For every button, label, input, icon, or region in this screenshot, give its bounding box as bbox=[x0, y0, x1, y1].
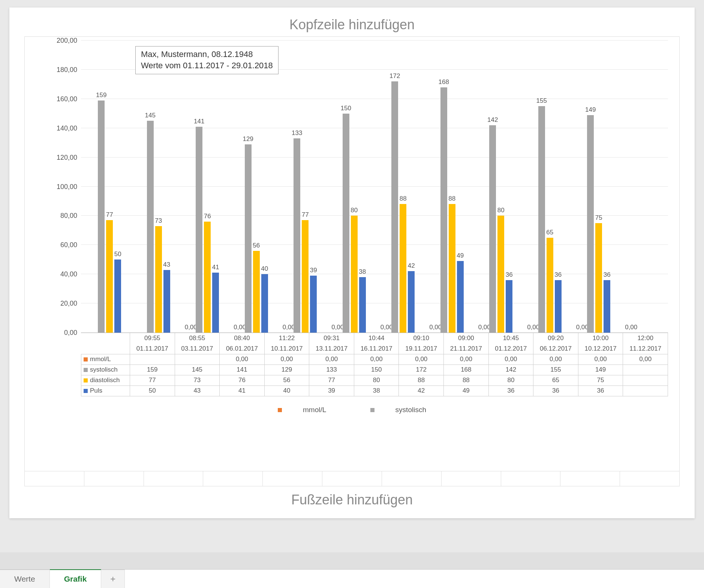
table-cell: 42 bbox=[399, 386, 444, 396]
y-tick-label: 40,00 bbox=[51, 270, 77, 278]
x-time-label: 11:22 bbox=[264, 333, 309, 344]
y-tick-label: 180,00 bbox=[51, 66, 77, 74]
bar-systolisch: 155 bbox=[538, 106, 545, 333]
legend-swatch-systolisch bbox=[370, 408, 374, 412]
table-cell: 88 bbox=[399, 375, 444, 386]
y-tick-label: 20,00 bbox=[51, 300, 77, 308]
table-cell: 43 bbox=[175, 386, 220, 396]
table-cell: 0,00 bbox=[623, 354, 668, 364]
table-row-header-puls: Puls bbox=[81, 386, 130, 396]
bar-value-label: 0,00 bbox=[380, 324, 393, 331]
bar-systolisch: 142 bbox=[489, 125, 496, 333]
table-cell: 172 bbox=[399, 364, 444, 375]
legend-label-systolisch: systolisch bbox=[395, 406, 426, 414]
bar-group: 0,001295640 bbox=[228, 40, 277, 333]
bar-value-label: 88 bbox=[400, 195, 407, 202]
x-date-label: 06.01.2017 bbox=[220, 344, 265, 354]
table-cell: 77 bbox=[309, 375, 354, 386]
bar-value-label: 38 bbox=[359, 268, 366, 276]
bar-value-label: 73 bbox=[155, 217, 162, 225]
bar-value-label: 76 bbox=[204, 213, 211, 220]
bar-value-label: 36 bbox=[506, 271, 513, 279]
chart-container[interactable]: Max, Mustermann, 08.12.1948 Werte vom 01… bbox=[24, 36, 680, 471]
bar-diastolisch: 77 bbox=[106, 220, 113, 333]
bar-puls: 49 bbox=[457, 261, 464, 333]
tab-add[interactable]: + bbox=[101, 570, 125, 588]
bar-group: 1597750 bbox=[81, 40, 130, 333]
bar-value-label: 80 bbox=[351, 207, 358, 214]
bar-diastolisch: 88 bbox=[400, 204, 406, 333]
bar-value-label: 0,00 bbox=[429, 324, 442, 331]
bar-value-label: 65 bbox=[546, 229, 553, 236]
table-row-header-systolisch: systolisch bbox=[81, 364, 130, 375]
bar-value-label: 145 bbox=[145, 112, 156, 119]
bar-puls: 42 bbox=[408, 271, 415, 333]
print-page: Kopfzeile hinzufügen Max, Mustermann, 08… bbox=[9, 8, 695, 518]
bar-value-label: 142 bbox=[487, 116, 498, 124]
table-cell: 38 bbox=[354, 386, 399, 396]
info-line-2: Werte vom 01.11.2017 - 29.01.2018 bbox=[141, 60, 273, 71]
info-line-1: Max, Mustermann, 08.12.1948 bbox=[141, 49, 273, 60]
table-cell: 155 bbox=[533, 364, 578, 375]
bar-value-label: 41 bbox=[212, 264, 219, 271]
x-date-label: 10.12.2017 bbox=[578, 344, 623, 354]
bar-diastolisch: 80 bbox=[497, 216, 504, 333]
x-date-label: 21.11.2017 bbox=[444, 344, 489, 354]
table-cell bbox=[130, 354, 175, 364]
table-cell: 0,00 bbox=[578, 354, 623, 364]
legend-swatch-mmol bbox=[278, 408, 282, 412]
table-cell bbox=[623, 386, 668, 396]
y-tick-label: 160,00 bbox=[51, 95, 77, 103]
table-cell: 49 bbox=[444, 386, 489, 396]
chart-info-box[interactable]: Max, Mustermann, 08.12.1948 Werte vom 01… bbox=[135, 46, 279, 74]
header-placeholder[interactable]: Kopfzeile hinzufügen bbox=[24, 17, 680, 33]
footer-placeholder[interactable]: Fußzeile hinzufügen bbox=[24, 492, 680, 508]
table-row-header-mmol: mmol/L bbox=[81, 354, 130, 364]
bar-systolisch: 145 bbox=[147, 121, 154, 333]
x-date-label: 13.11.2017 bbox=[309, 344, 354, 354]
bar-value-label: 42 bbox=[408, 262, 415, 270]
bar-puls: 36 bbox=[506, 280, 512, 333]
bar-puls: 38 bbox=[359, 277, 366, 333]
table-cell: 0,00 bbox=[399, 354, 444, 364]
table-cell: 0,00 bbox=[264, 354, 309, 364]
table-cell: 168 bbox=[444, 364, 489, 375]
table-cell: 0,00 bbox=[354, 354, 399, 364]
table-cell: 36 bbox=[578, 386, 623, 396]
chart-legend: mmol/L systolisch bbox=[32, 406, 672, 414]
bar-group: 0,001428036 bbox=[472, 40, 521, 333]
table-cell: 145 bbox=[175, 364, 220, 375]
x-time-label: 10:00 bbox=[578, 333, 623, 344]
table-cell: 0,00 bbox=[220, 354, 265, 364]
x-time-label: 08:40 bbox=[220, 333, 265, 344]
bar-value-label: 39 bbox=[310, 267, 317, 274]
bar-value-label: 0,00 bbox=[331, 324, 344, 331]
x-date-label: 10.11.2017 bbox=[264, 344, 309, 354]
table-cell: 0,00 bbox=[309, 354, 354, 364]
bar-value-label: 75 bbox=[595, 214, 602, 222]
bar-value-label: 129 bbox=[243, 135, 253, 143]
legend-item-mmol: mmol/L bbox=[267, 406, 337, 414]
bar-value-label: 36 bbox=[604, 271, 611, 279]
bar-systolisch: 149 bbox=[587, 115, 594, 333]
table-cell: 142 bbox=[488, 364, 533, 375]
bar-diastolisch: 73 bbox=[155, 226, 162, 333]
bar-diastolisch: 76 bbox=[204, 222, 211, 333]
bar-value-label: 40 bbox=[261, 265, 268, 273]
y-tick-label: 140,00 bbox=[51, 124, 77, 132]
sheet-tabs: Werte Grafik + bbox=[0, 569, 704, 588]
tab-grafik[interactable]: Grafik bbox=[50, 569, 102, 588]
bar-diastolisch: 65 bbox=[547, 238, 553, 333]
bar-puls: 50 bbox=[114, 260, 121, 333]
table-cell: 50 bbox=[130, 386, 175, 396]
y-tick-label: 60,00 bbox=[51, 241, 77, 249]
bar-puls: 41 bbox=[212, 273, 219, 333]
x-time-label: 12:00 bbox=[623, 333, 668, 344]
table-cell: 0,00 bbox=[488, 354, 533, 364]
table-cell: 0,00 bbox=[533, 354, 578, 364]
tab-werte[interactable]: Werte bbox=[0, 570, 50, 588]
bar-group: 0,001508038 bbox=[326, 40, 374, 333]
bar-puls: 39 bbox=[310, 276, 317, 333]
y-tick-label: 100,00 bbox=[51, 183, 77, 190]
table-cell: 129 bbox=[264, 364, 309, 375]
